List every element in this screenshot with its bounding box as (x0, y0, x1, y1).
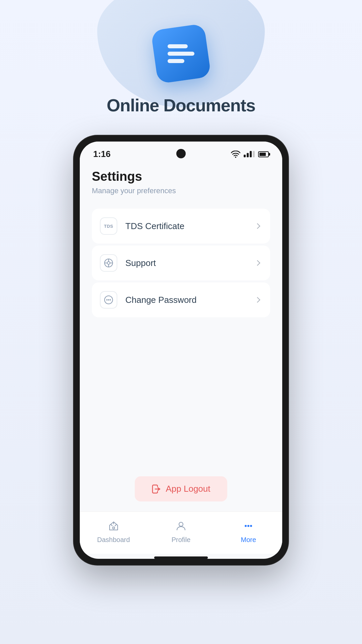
dashboard-icon (106, 519, 121, 533)
battery-icon (258, 151, 269, 157)
logout-area: App Logout (80, 466, 282, 512)
svg-line-13 (111, 525, 112, 526)
status-bar: 1:16 (80, 142, 282, 163)
support-label: Support (125, 258, 253, 268)
settings-item-tds-certificate[interactable]: TDS TDS Certificate (92, 209, 270, 244)
chevron-right-icon (253, 295, 262, 305)
app-header: Online Documents (107, 27, 255, 115)
chevron-right-icon (253, 258, 262, 268)
svg-point-2 (107, 262, 110, 264)
settings-item-support[interactable]: Support (92, 246, 270, 280)
password-icon (100, 291, 117, 309)
signal-icon (244, 151, 255, 157)
page-title: Settings (92, 169, 270, 184)
app-title: Online Documents (107, 95, 255, 115)
svg-point-9 (108, 299, 109, 301)
phone-mockup: 1:16 (74, 136, 288, 565)
svg-point-8 (106, 299, 108, 301)
svg-point-11 (113, 527, 115, 529)
logout-label: App Logout (166, 484, 210, 494)
phone-screen: 1:16 (80, 142, 282, 559)
support-icon (100, 254, 117, 272)
svg-point-0 (235, 156, 236, 158)
tds-icon: TDS (100, 217, 117, 235)
chevron-right-icon (253, 221, 262, 231)
nav-item-profile[interactable]: Profile (147, 519, 215, 544)
logout-button[interactable]: App Logout (135, 476, 227, 501)
svg-point-10 (110, 299, 111, 301)
dashboard-nav-label: Dashboard (97, 536, 130, 544)
bottom-nav: Dashboard Profile (80, 512, 282, 554)
svg-point-18 (250, 525, 252, 527)
settings-list: TDS TDS Certificate (92, 209, 270, 317)
svg-point-15 (179, 522, 183, 526)
svg-point-16 (245, 525, 247, 527)
page-subtitle: Manage your preferences (92, 186, 270, 195)
tds-certificate-label: TDS Certificate (125, 221, 253, 231)
wifi-icon (231, 151, 240, 158)
home-indicator (154, 556, 208, 559)
profile-icon (174, 519, 188, 533)
app-icon (151, 23, 212, 84)
camera-notch (176, 149, 186, 158)
svg-line-14 (115, 525, 116, 526)
more-icon (241, 519, 256, 533)
status-icons (231, 151, 269, 158)
nav-item-more[interactable]: More (215, 519, 282, 544)
nav-item-dashboard[interactable]: Dashboard (80, 519, 147, 544)
screen-content: Settings Manage your preferences TDS TDS… (80, 163, 282, 466)
settings-item-change-password[interactable]: Change Password (92, 282, 270, 317)
profile-nav-label: Profile (172, 536, 191, 544)
svg-point-17 (247, 525, 249, 527)
change-password-label: Change Password (125, 295, 253, 305)
status-time: 1:16 (93, 149, 111, 159)
more-nav-label: More (241, 536, 256, 544)
